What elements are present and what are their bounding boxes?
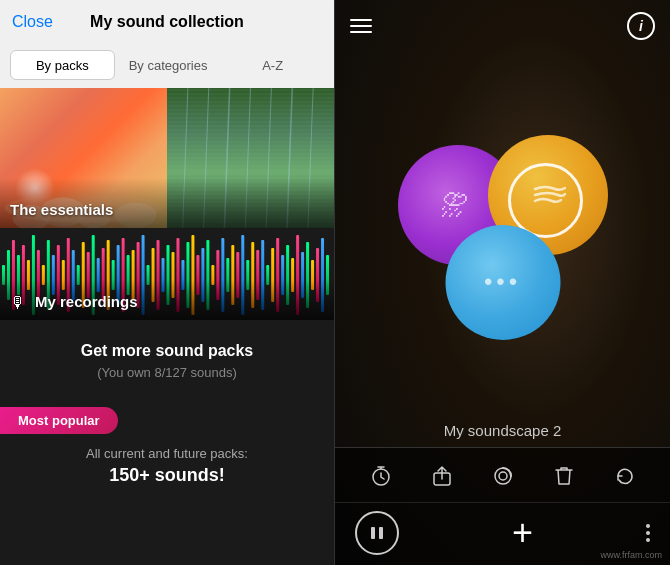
close-button[interactable]: Close	[12, 13, 53, 31]
left-panel: Close My sound collection By packs By ca…	[0, 0, 335, 565]
essentials-card[interactable]: The essentials	[0, 88, 334, 228]
delete-button[interactable]	[546, 458, 582, 494]
soundscape-area: ⛈ •••	[335, 52, 670, 417]
soundscape-name: My soundscape 2	[335, 417, 670, 447]
svg-point-81	[499, 472, 507, 480]
most-popular-text: All current and future packs: 150+ sound…	[0, 446, 334, 501]
most-popular-line2: 150+ sounds!	[20, 465, 314, 486]
svg-rect-82	[371, 527, 375, 539]
info-button[interactable]: i	[627, 12, 655, 40]
tab-a-z[interactable]: A-Z	[221, 50, 324, 80]
equalizer-button[interactable]	[485, 458, 521, 494]
timer-button[interactable]	[363, 458, 399, 494]
get-more-title: Get more sound packs	[20, 342, 314, 360]
right-panel: i ⛈ •••	[335, 0, 670, 565]
recordings-card[interactable]: 🎙 My recordings	[0, 230, 334, 320]
get-more-subtitle: (You own 8/127 sounds)	[20, 365, 314, 380]
bottom-controls: +	[335, 447, 670, 565]
get-more-card[interactable]: Get more sound packs (You own 8/127 soun…	[0, 322, 334, 400]
storm-icon: ⛈	[440, 187, 476, 223]
menu-button[interactable]	[350, 19, 372, 33]
tab-bar: By packs By categories A-Z	[0, 44, 334, 88]
recordings-label: My recordings	[35, 293, 138, 310]
most-popular-badge: Most popular	[0, 407, 118, 434]
watermark: www.frfam.com	[600, 550, 662, 560]
wind-icon	[530, 177, 566, 213]
right-header: i	[335, 0, 670, 52]
pause-button[interactable]	[355, 511, 399, 555]
left-header: Close My sound collection	[0, 0, 334, 44]
more-dots-icon: •••	[484, 268, 521, 296]
svg-text:⛈: ⛈	[440, 190, 468, 221]
more-circle[interactable]: •••	[445, 225, 560, 340]
controls-row1	[335, 448, 670, 503]
essentials-label: The essentials	[10, 201, 113, 218]
refresh-button[interactable]	[607, 458, 643, 494]
share-button[interactable]	[424, 458, 460, 494]
most-popular-section[interactable]: Most popular All current and future pack…	[0, 402, 334, 501]
svg-rect-83	[379, 527, 383, 539]
tab-by-categories[interactable]: By categories	[117, 50, 220, 80]
tab-by-packs[interactable]: By packs	[10, 50, 115, 80]
content-scroll: The essentials	[0, 88, 334, 565]
mic-icon: 🎙	[10, 294, 26, 312]
more-options-button[interactable]	[646, 524, 650, 542]
circles-container: ⛈ •••	[388, 125, 618, 345]
most-popular-line1: All current and future packs:	[20, 446, 314, 461]
page-title: My sound collection	[90, 13, 244, 31]
add-button[interactable]: +	[512, 515, 533, 551]
